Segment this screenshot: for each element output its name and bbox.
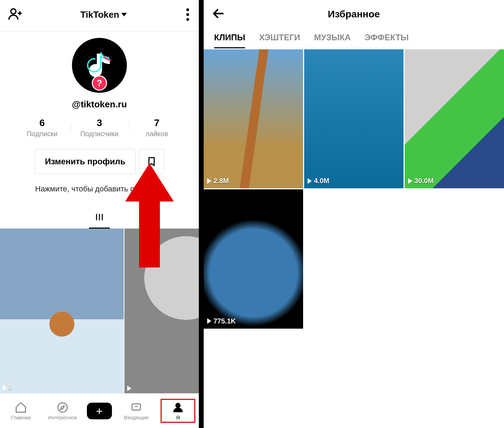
add-friend-icon[interactable]	[8, 6, 23, 23]
favorites-tabs: КЛИПЫ ХЭШТЕГИ МУЗЫКА ЭФФЕКТЫ	[204, 33, 504, 48]
stat-label: лайков	[128, 130, 186, 138]
video-thumb[interactable]: 0	[0, 229, 124, 393]
svg-point-0	[11, 9, 16, 14]
play-icon	[408, 178, 412, 184]
create-button[interactable]: +	[87, 403, 112, 419]
nav-label: Входящие	[124, 414, 148, 420]
stat-following[interactable]: 6 Подписки	[14, 117, 71, 138]
stat-label: Подписчики	[71, 130, 128, 138]
nav-label: Интересное	[48, 414, 77, 420]
stat-likes[interactable]: 7 лайков	[128, 117, 186, 138]
play-icon	[207, 178, 211, 184]
username[interactable]: @tiktoken.ru	[0, 99, 199, 110]
tab-music[interactable]: МУЗЫКА	[314, 33, 351, 48]
account-name: TikToken	[80, 9, 119, 20]
profile-pane: TikToken ? @tiktoken.ru 6 Подписки 3 Под…	[0, 0, 204, 428]
profile-actions: Изменить профиль	[0, 149, 199, 174]
nav-home[interactable]: Главная	[3, 401, 38, 420]
help-badge-icon: ?	[92, 75, 107, 91]
video-views	[127, 386, 131, 391]
clip-thumb[interactable]: 30.0M	[405, 49, 504, 188]
tab-clips[interactable]: КЛИПЫ	[214, 33, 245, 48]
account-dropdown[interactable]: TikToken	[80, 9, 127, 20]
page-title: Избранное	[211, 9, 496, 20]
nav-label: Главная	[11, 414, 31, 420]
video-views: 0	[3, 384, 12, 391]
clip-thumb[interactable]: 4.0M	[304, 49, 404, 188]
profile-section: ? @tiktoken.ru 6 Подписки 3 Подписчики 7…	[0, 32, 199, 207]
clip-thumb[interactable]: 2.8M	[204, 49, 303, 188]
tab-hashtags[interactable]: ХЭШТЕГИ	[259, 33, 300, 48]
clip-views: 30.0M	[408, 177, 434, 185]
clips-grid: 2.8M 4.0M 30.0M 775.1K	[204, 48, 504, 329]
clip-views: 2.8M	[207, 177, 229, 185]
svg-point-3	[176, 403, 180, 408]
clip-views: 775.1K	[207, 317, 236, 325]
edit-profile-button[interactable]: Изменить профиль	[35, 149, 136, 174]
play-icon	[207, 318, 211, 324]
play-icon	[127, 386, 131, 391]
content-tabs	[0, 207, 199, 229]
play-icon	[308, 178, 312, 184]
favorites-button[interactable]	[139, 149, 164, 174]
add-bio-hint[interactable]: Нажмите, чтобы добавить описание	[0, 184, 199, 194]
caret-down-icon	[121, 13, 127, 16]
tab-effects[interactable]: ЭФФЕКТЫ	[365, 33, 409, 48]
svg-point-1	[58, 403, 67, 412]
stats-row: 6 Подписки 3 Подписчики 7 лайков	[0, 117, 199, 138]
nav-label: Я	[176, 414, 180, 420]
video-thumb[interactable]	[124, 229, 199, 393]
more-menu-icon[interactable]	[184, 6, 191, 23]
plus-icon: +	[96, 405, 103, 417]
bottom-nav: Главная Интересное + Входящие Я	[0, 393, 199, 428]
stat-followers[interactable]: 3 Подписчики	[71, 117, 128, 138]
clip-views: 4.0M	[308, 177, 329, 185]
nav-inbox[interactable]: Входящие	[119, 401, 154, 420]
avatar[interactable]: ?	[72, 38, 127, 93]
clip-thumb[interactable]: 775.1K	[204, 189, 303, 328]
stat-count: 6	[14, 117, 71, 129]
tab-grid[interactable]	[0, 207, 199, 228]
stat-label: Подписки	[14, 130, 71, 138]
stat-count: 3	[71, 117, 128, 129]
video-grid: 0	[0, 229, 199, 393]
play-icon	[3, 385, 7, 390]
nav-profile[interactable]: Я	[161, 399, 195, 423]
favorites-header: Избранное	[204, 0, 504, 33]
favorites-pane: Избранное КЛИПЫ ХЭШТЕГИ МУЗЫКА ЭФФЕКТЫ 2…	[204, 0, 504, 428]
profile-top-bar: TikToken	[0, 0, 199, 31]
nav-discover[interactable]: Интересное	[45, 401, 80, 420]
stat-count: 7	[128, 117, 186, 129]
